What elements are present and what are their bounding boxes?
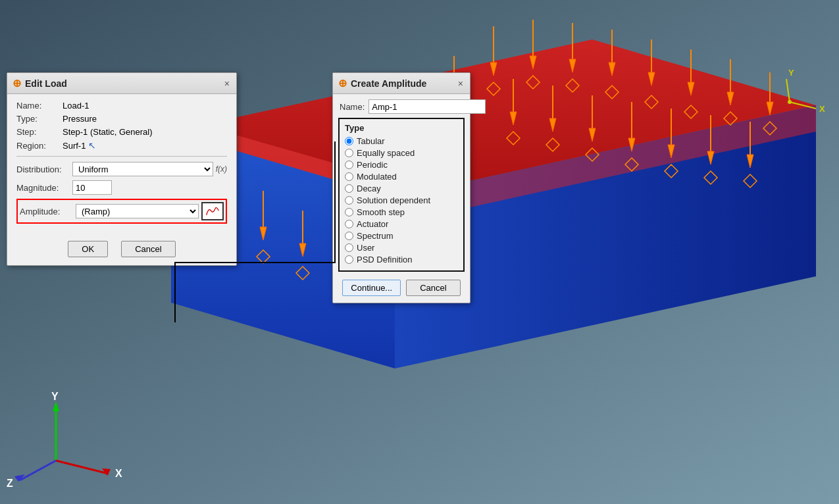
type-solution-dependent-radio[interactable] <box>345 196 353 205</box>
type-tabular-row[interactable]: Tabular <box>345 136 458 146</box>
edit-load-title-text: ⊕ Edit Load <box>13 77 67 89</box>
load-step-value: Step-1 (Static, General) <box>63 127 153 137</box>
amplitude-row: Amplitude: (Ramp) <box>16 199 227 224</box>
amplitude-name-input[interactable] <box>369 99 486 114</box>
distribution-row: Distribution: Uniform f(x) <box>16 162 227 176</box>
svg-text:Z: Z <box>7 478 13 489</box>
type-periodic-label[interactable]: Periodic <box>357 160 388 170</box>
svg-text:X: X <box>819 104 825 114</box>
magnitude-input[interactable] <box>72 180 112 195</box>
load-step-row: Step: Step-1 (Static, General) <box>16 127 227 137</box>
distribution-select[interactable]: Uniform <box>72 162 213 176</box>
amplitude-select[interactable]: (Ramp) <box>76 204 199 218</box>
magnitude-label: Magnitude: <box>16 183 72 193</box>
svg-text:Y: Y <box>788 68 794 78</box>
type-smooth-step-row[interactable]: Smooth step <box>345 207 458 217</box>
type-spectrum-label[interactable]: Spectrum <box>357 231 394 241</box>
create-amplitude-title-label: Create Amplitude <box>351 78 426 89</box>
type-modulated-radio[interactable] <box>345 172 353 181</box>
type-psd-definition-radio[interactable] <box>345 255 353 264</box>
edit-load-buttons: OK Cancel <box>7 234 236 265</box>
load-type-row: Type: Pressure <box>16 114 227 124</box>
amplitude-name-label: Name: <box>340 102 365 112</box>
type-solution-dependent-row[interactable]: Solution dependent <box>345 195 458 205</box>
type-user-radio[interactable] <box>345 243 353 252</box>
connector-horizontal-line <box>174 262 336 263</box>
type-smooth-step-radio[interactable] <box>345 208 353 216</box>
type-decay-label[interactable]: Decay <box>357 184 381 193</box>
amplitude-icon: ⊕ <box>338 77 347 89</box>
waveform-icon <box>205 204 220 218</box>
distribution-label: Distribution: <box>16 164 72 174</box>
type-selection-box: Type Tabular Equally spaced Periodic Mod… <box>338 118 465 272</box>
type-tabular-radio[interactable] <box>345 137 353 145</box>
type-decay-row[interactable]: Decay <box>345 184 458 193</box>
load-region-value-container: Surf-1 ↖ <box>63 140 96 151</box>
load-region-row: Region: Surf-1 ↖ <box>16 140 227 151</box>
load-type-value: Pressure <box>63 114 97 124</box>
edit-load-title-bar[interactable]: ⊕ Edit Load × <box>7 73 236 94</box>
type-equally-spaced-label[interactable]: Equally spaced <box>357 148 415 158</box>
load-region-value: Surf-1 <box>63 141 86 151</box>
type-tabular-label[interactable]: Tabular <box>357 136 385 146</box>
create-amplitude-title-text: ⊕ Create Amplitude <box>338 77 426 89</box>
load-name-label: Name: <box>16 101 63 111</box>
create-amplitude-close-button[interactable]: × <box>457 79 465 88</box>
create-amplitude-buttons: Continue... Cancel <box>333 277 470 303</box>
edit-load-close-button[interactable]: × <box>223 79 231 88</box>
type-modulated-label[interactable]: Modulated <box>357 172 397 182</box>
edit-load-title-label: Edit Load <box>25 78 67 89</box>
type-solution-dependent-label[interactable]: Solution dependent <box>357 195 430 205</box>
region-cursor-icon: ↖ <box>88 140 96 151</box>
edit-load-content: Name: Load-1 Type: Pressure Step: Step-1… <box>7 94 236 234</box>
amplitude-label: Amplitude: <box>20 207 76 216</box>
load-name-row: Name: Load-1 <box>16 101 227 111</box>
load-name-value: Load-1 <box>63 101 89 111</box>
fx-button[interactable]: f(x) <box>216 164 227 174</box>
load-region-label: Region: <box>16 141 63 151</box>
cancel-button[interactable]: Cancel <box>121 241 175 257</box>
type-actuator-radio[interactable] <box>345 220 353 228</box>
continue-button[interactable]: Continue... <box>342 280 401 296</box>
edit-load-dialog: ⊕ Edit Load × Name: Load-1 Type: Pressur… <box>7 72 237 266</box>
load-step-label: Step: <box>16 127 63 137</box>
load-icon: ⊕ <box>13 77 21 89</box>
type-periodic-radio[interactable] <box>345 161 353 169</box>
waveform-button[interactable] <box>201 202 224 220</box>
type-smooth-step-label[interactable]: Smooth step <box>357 207 405 217</box>
type-actuator-row[interactable]: Actuator <box>345 219 458 229</box>
type-spectrum-radio[interactable] <box>345 232 353 240</box>
type-equally-spaced-row[interactable]: Equally spaced <box>345 148 458 158</box>
type-user-label[interactable]: User <box>357 243 374 253</box>
type-section-title: Type <box>345 123 458 133</box>
create-amplitude-dialog: ⊕ Create Amplitude × Name: Type Tabular … <box>332 72 470 303</box>
type-spectrum-row[interactable]: Spectrum <box>345 231 458 241</box>
type-psd-definition-label[interactable]: PSD Definition <box>357 255 413 265</box>
type-periodic-row[interactable]: Periodic <box>345 160 458 170</box>
create-amplitude-title-bar[interactable]: ⊕ Create Amplitude × <box>333 73 470 94</box>
connector-right-vertical <box>334 141 336 263</box>
load-separator-1 <box>16 156 227 157</box>
ok-button[interactable]: OK <box>68 241 108 257</box>
magnitude-row: Magnitude: <box>16 180 227 195</box>
svg-point-82 <box>788 100 792 104</box>
svg-text:X: X <box>115 468 122 479</box>
connector-vertical-line <box>174 263 176 322</box>
amplitude-name-row: Name: <box>333 94 470 116</box>
type-equally-spaced-radio[interactable] <box>345 149 353 157</box>
type-user-row[interactable]: User <box>345 243 458 253</box>
type-actuator-label[interactable]: Actuator <box>357 219 388 229</box>
type-decay-radio[interactable] <box>345 184 353 193</box>
type-modulated-row[interactable]: Modulated <box>345 172 458 182</box>
amplitude-cancel-button[interactable]: Cancel <box>406 280 460 296</box>
svg-text:Y: Y <box>51 391 59 402</box>
type-psd-definition-row[interactable]: PSD Definition <box>345 255 458 265</box>
load-type-label: Type: <box>16 114 63 124</box>
